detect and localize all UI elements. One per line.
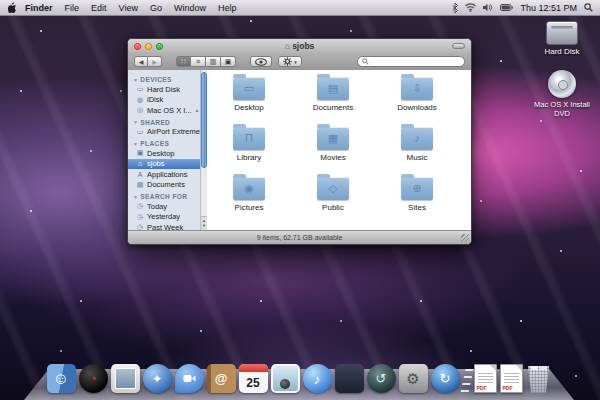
sidebar-item-label: AirPort Extreme — [147, 127, 200, 136]
resize-grip[interactable] — [461, 234, 469, 242]
bluetooth-icon[interactable] — [452, 3, 458, 13]
dock-separator — [460, 369, 473, 393]
sidebar-section-header[interactable]: ▼PLACES — [128, 137, 206, 148]
folder-sites[interactable]: ⊕Sites — [375, 174, 459, 224]
eject-icon[interactable]: ▲ — [195, 107, 200, 113]
sidebar-item-sjobs[interactable]: ⌂sjobs — [128, 159, 206, 170]
search-field[interactable] — [357, 56, 465, 67]
list-view-button[interactable]: ≡ — [191, 56, 206, 67]
folder-downloads[interactable]: ⇩Downloads — [375, 74, 459, 124]
folder-icon: ♪ — [401, 127, 433, 150]
sites-glyph-icon: ⊕ — [412, 183, 421, 194]
dock-icon-pdf-document[interactable]: PDF — [474, 364, 497, 393]
sidebar-item-yesterday[interactable]: ◷Yesterday — [128, 212, 206, 223]
folder-label: Library — [237, 153, 261, 162]
dock-icon-address-book[interactable]: @ — [207, 364, 236, 393]
dock-icon-iphoto[interactable] — [271, 364, 300, 393]
menu-help[interactable]: Help — [218, 3, 237, 13]
menu-finder[interactable]: Finder — [25, 3, 53, 13]
dock-icon-trash[interactable] — [526, 365, 552, 393]
sidebar-item-hard-disk[interactable]: ▭Hard Disk — [128, 84, 206, 95]
sidebar-section-header[interactable]: ▼SHARED — [128, 116, 206, 127]
sidebar-item-airport-extreme[interactable]: ▭AirPort Extreme — [128, 127, 206, 138]
dock-icon-dashboard[interactable]: ◔ — [79, 364, 108, 393]
apple-menu-icon[interactable] — [8, 2, 17, 13]
folder-icon: ▭ — [233, 77, 265, 100]
dock-icon-mail[interactable] — [111, 364, 140, 393]
folder-music[interactable]: ♪Music — [375, 124, 459, 174]
wifi-icon[interactable] — [465, 3, 476, 12]
menu-view[interactable]: View — [119, 3, 138, 13]
sidebar-item-label: Hard Disk — [147, 85, 180, 94]
desktop-icon-label: Hard Disk — [527, 47, 597, 56]
ical-header — [239, 364, 268, 372]
sidebar-section-header[interactable]: ▼DEVICES — [128, 73, 206, 84]
hard-disk-icon: ▭ — [136, 85, 144, 93]
dock-icon-spaces[interactable] — [335, 364, 364, 393]
documents-glyph-icon: ▤ — [328, 83, 338, 94]
sidebar-scrollbar[interactable]: ▲▼ — [200, 70, 207, 231]
dock-icon-pdf-document[interactable]: PDF — [500, 364, 523, 393]
dock-icon-itunes[interactable]: ♪ — [303, 364, 332, 393]
desktop-icon-install-dvd[interactable]: Mac OS X Install DVD — [527, 70, 597, 118]
folder-view: ▭Desktop▤Documents⇩DownloadsΠLibrary▦Mov… — [207, 70, 471, 231]
dock-icon-system-preferences[interactable]: ⚙ — [399, 364, 428, 393]
icon-view-button[interactable]: ∷ — [176, 56, 191, 67]
window-body: ▼DEVICES▭Hard Disk◍iDisk◎Mac OS X I...▲▼… — [128, 70, 471, 231]
sidebar-item-desktop[interactable]: ▣Desktop — [128, 148, 206, 159]
folder-public[interactable]: ◇Public — [291, 174, 375, 224]
dock-icon-finder[interactable]: ☺ — [47, 364, 76, 393]
desktop-icon-hard-disk[interactable]: Hard Disk — [527, 21, 597, 56]
sidebar-item-today[interactable]: ◷Today — [128, 201, 206, 212]
folder-pictures[interactable]: ◉Pictures — [207, 174, 291, 224]
dock-icon-ical[interactable]: 25 — [239, 364, 268, 393]
sidebar-item-label: Documents — [147, 180, 185, 189]
dock-icon-time-machine[interactable]: ↺ — [367, 364, 396, 393]
status-bar: 9 items, 62.71 GB available — [128, 230, 471, 244]
sidebar-item-mac-os-x-i-[interactable]: ◎Mac OS X I...▲ — [128, 105, 206, 116]
sidebar-item-documents[interactable]: ▤Documents — [128, 180, 206, 191]
coverflow-view-button[interactable]: ▣ — [221, 56, 236, 67]
public-glyph-icon: ◇ — [329, 183, 337, 194]
menu-list: FinderFileEditViewGoWindowHelp — [25, 3, 236, 13]
scrollbar-arrows[interactable]: ▲▼ — [201, 216, 207, 231]
dock-icon-safari[interactable]: ✦ — [143, 364, 172, 393]
disclosure-triangle-icon: ▼ — [133, 194, 138, 200]
quick-look-button[interactable] — [250, 56, 272, 67]
toolbar-toggle-button[interactable] — [452, 43, 465, 49]
menu-bar-clock[interactable]: Thu 12:51 PM — [520, 3, 577, 13]
battery-icon[interactable] — [500, 4, 513, 11]
dock-items: ☺◔✦@25♪↺⚙↻PDFPDF — [24, 364, 574, 393]
scrollbar-thumb[interactable] — [201, 72, 207, 168]
folder-label: Sites — [408, 203, 426, 212]
column-view-button[interactable]: ▥ — [206, 56, 221, 67]
forward-button[interactable]: ▶ — [148, 56, 162, 67]
screen: FinderFileEditViewGoWindowHelp Thu 12:51… — [0, 0, 600, 400]
sidebar-item-applications[interactable]: AApplications — [128, 169, 206, 180]
folder-movies[interactable]: ▦Movies — [291, 124, 375, 174]
folder-desktop[interactable]: ▭Desktop — [207, 74, 291, 124]
spotlight-icon[interactable] — [584, 3, 593, 12]
menu-edit[interactable]: Edit — [91, 3, 107, 13]
title-bar[interactable]: ⌂ sjobs — [128, 39, 471, 53]
menu-file[interactable]: File — [65, 3, 80, 13]
folder-icon: ▤ — [317, 77, 349, 100]
dock-icon-sync[interactable]: ↻ — [431, 364, 460, 393]
sidebar-section-header[interactable]: ▼SEARCH FOR — [128, 190, 206, 201]
folder-icon: ◉ — [233, 177, 265, 200]
menu-window[interactable]: Window — [174, 3, 206, 13]
ical-day: 25 — [239, 372, 268, 393]
sidebar-item-idisk[interactable]: ◍iDisk — [128, 95, 206, 106]
dvd-icon — [548, 70, 576, 98]
action-menu-button[interactable]: ▾ — [278, 56, 302, 67]
folder-library[interactable]: ΠLibrary — [207, 124, 291, 174]
folder-label: Downloads — [397, 103, 437, 112]
volume-icon[interactable] — [483, 3, 493, 12]
dock-icon-ichat[interactable] — [175, 364, 204, 393]
sidebar-item-label: sjobs — [147, 159, 165, 168]
menu-go[interactable]: Go — [150, 3, 162, 13]
view-mode-control: ∷ ≡ ▥ ▣ — [176, 56, 236, 67]
back-button[interactable]: ◀ — [134, 56, 148, 67]
movies-glyph-icon: ▦ — [328, 133, 338, 144]
folder-documents[interactable]: ▤Documents — [291, 74, 375, 124]
